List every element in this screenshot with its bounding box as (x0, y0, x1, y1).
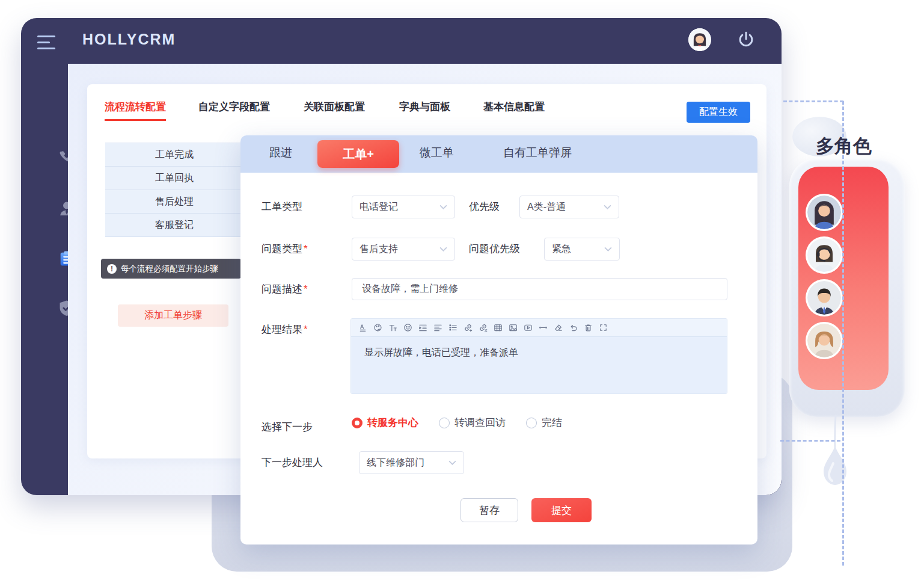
role-avatar-4 (806, 322, 843, 359)
result-label: 处理结果* (262, 318, 308, 341)
role-avatar-1 (806, 194, 843, 231)
modal-tab-bar: 跟进 工单+ 微工单 自有工单弹屏 (240, 135, 757, 173)
font-size-icon[interactable] (386, 321, 399, 335)
modal-tab-popup[interactable]: 自有工单弹屏 (503, 145, 572, 161)
priority-select[interactable]: A类-普通 (519, 196, 619, 218)
tooltip-text: 每个流程必须配置开始步骤 (121, 264, 218, 274)
issue-priority-select[interactable]: 紧急 (544, 238, 620, 261)
apply-config-button[interactable]: 配置生效 (687, 102, 750, 123)
align-icon[interactable] (431, 321, 444, 335)
radio-dot (526, 418, 537, 428)
app-title: HOLLYCRM (82, 31, 176, 48)
radio-dot (352, 418, 363, 428)
chevron-down-icon (439, 247, 447, 251)
eraser-icon[interactable] (551, 321, 564, 335)
radio-finish[interactable]: 完结 (526, 416, 562, 430)
radio-dot (439, 418, 450, 428)
result-editor: 显示屏故障，电话已受理，准备派单 (350, 318, 727, 394)
divider-icon[interactable] (536, 321, 549, 335)
delete-icon[interactable] (581, 321, 595, 335)
next-step-options: 转服务中心 转调查回访 完结 (352, 416, 562, 430)
link-remove-icon[interactable] (476, 321, 489, 335)
workflow-list: 工单完成 工单回执 售后处理 客服登记 (105, 143, 243, 237)
power-icon[interactable] (736, 30, 756, 51)
issue-desc-input[interactable] (352, 278, 727, 300)
radio-survey-callback[interactable]: 转调查回访 (439, 416, 506, 430)
order-type-label: 工单类型 (262, 196, 302, 218)
add-step-button[interactable]: 添加工单步骤 (118, 304, 228, 327)
menu-icon[interactable] (37, 35, 57, 49)
link-add-icon[interactable] (461, 321, 474, 335)
table-icon[interactable] (491, 321, 504, 335)
save-draft-button[interactable]: 暂存 (460, 498, 518, 522)
chevron-down-icon (448, 460, 456, 465)
issue-type-select[interactable]: 售后支持 (352, 238, 455, 261)
order-type-select[interactable]: 电话登记 (352, 196, 455, 218)
font-underline-icon[interactable] (356, 321, 369, 335)
editor-content[interactable]: 显示屏故障，电话已受理，准备派单 (351, 337, 727, 394)
user-avatar[interactable] (688, 28, 711, 51)
modal-tab-micro[interactable]: 微工单 (420, 145, 454, 161)
priority-value: A类-普通 (527, 201, 566, 214)
start-step-tooltip: ! 每个流程必须配置开始步骤 (101, 259, 241, 279)
role-avatar-3 (806, 279, 843, 316)
palette-icon[interactable] (371, 321, 384, 335)
tab-dictionary[interactable]: 字典与面板 (399, 100, 450, 114)
tab-basic-info[interactable]: 基本信息配置 (483, 100, 545, 114)
image-icon[interactable] (506, 321, 519, 335)
emoji-icon[interactable] (401, 321, 414, 335)
tab-linked-panel[interactable]: 关联面板配置 (304, 100, 365, 114)
priority-label: 优先级 (469, 196, 500, 218)
dashed-line-bottom (780, 440, 840, 442)
fullscreen-icon[interactable] (596, 321, 610, 335)
undo-icon[interactable] (566, 321, 580, 335)
workflow-item[interactable]: 工单完成 (105, 143, 243, 166)
next-handler-value: 线下维修部门 (367, 457, 424, 469)
workorder-modal: 跟进 工单+ 微工单 自有工单弹屏 工单类型 电话登记 优先级 A类-普通 问题… (240, 135, 757, 545)
modal-tab-follow[interactable]: 跟进 (269, 145, 292, 161)
next-handler-label: 下一步处理人 (262, 451, 323, 474)
next-step-label: 选择下一步 (262, 416, 313, 439)
chevron-down-icon (604, 205, 611, 209)
chevron-down-icon (604, 247, 612, 251)
role-avatar-2 (806, 236, 843, 274)
droplet-shape (815, 415, 855, 523)
chevron-down-icon (439, 205, 447, 209)
tab-custom-fields[interactable]: 自定义字段配置 (198, 100, 270, 114)
editor-toolbar (351, 319, 727, 337)
issue-priority-label: 问题优先级 (469, 238, 520, 261)
indent-icon[interactable] (416, 321, 429, 335)
video-icon[interactable] (521, 321, 534, 335)
workflow-item[interactable]: 工单回执 (105, 166, 243, 190)
issue-type-value: 售后支持 (360, 243, 398, 256)
order-type-value: 电话登记 (360, 201, 398, 214)
tab-process-flow[interactable]: 流程流转配置 (105, 100, 166, 121)
workflow-item[interactable]: 售后处理 (105, 190, 243, 213)
issue-desc-label: 问题描述* (262, 278, 308, 301)
dashed-line-vertical (842, 101, 844, 566)
warning-icon: ! (107, 264, 117, 274)
issue-priority-value: 紧急 (552, 243, 571, 256)
multi-role-caption: 多角色 (816, 134, 872, 159)
submit-button[interactable]: 提交 (531, 498, 592, 522)
next-handler-select[interactable]: 线下维修部门 (359, 451, 464, 474)
modal-tab-workorder[interactable]: 工单+ (317, 140, 399, 168)
radio-service-center[interactable]: 转服务中心 (352, 416, 418, 430)
issue-type-label: 问题类型* (262, 238, 308, 261)
list-icon[interactable] (446, 321, 459, 335)
workflow-item[interactable]: 客服登记 (105, 213, 243, 236)
dashed-line-top (783, 100, 843, 102)
